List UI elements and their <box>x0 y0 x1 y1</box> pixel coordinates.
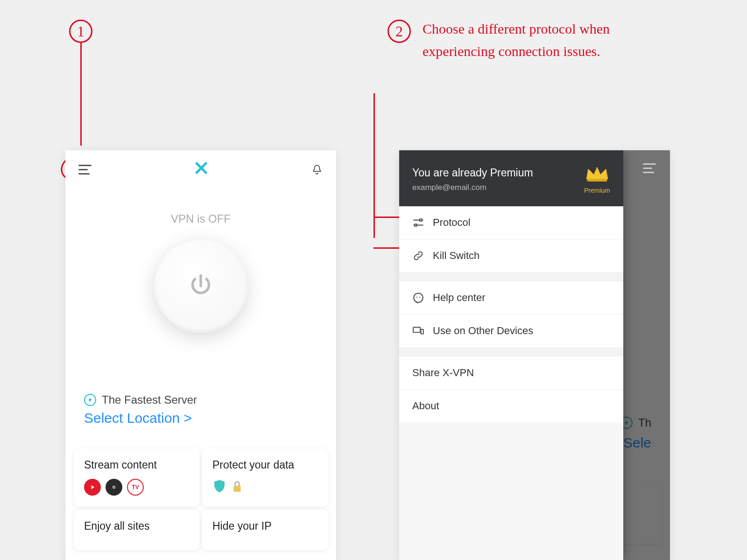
svg-rect-3 <box>420 219 422 221</box>
svg-point-5 <box>414 293 423 302</box>
menu-label: Share X-VPN <box>412 367 474 379</box>
menu-item-protocol[interactable]: Protocol <box>399 206 623 239</box>
power-icon <box>187 272 215 300</box>
premium-badge: Premium <box>584 164 610 194</box>
svg-rect-9 <box>421 329 423 334</box>
menu-divider <box>399 347 623 357</box>
card-icons <box>212 479 317 497</box>
menu-item-share[interactable]: Share X-VPN <box>399 357 623 390</box>
hamburger-menu-icon[interactable] <box>643 163 656 173</box>
step-2-caption: Choose a different protocol when experie… <box>423 18 656 63</box>
card-stream-content[interactable]: Stream content TV <box>74 448 199 507</box>
phone-drawer-screen: Th Sele Strea You are already Premium ex… <box>399 150 670 560</box>
svg-point-6 <box>416 297 417 298</box>
side-drawer: You are already Premium example@email.co… <box>399 150 623 560</box>
drawer-header: You are already Premium example@email.co… <box>399 150 623 206</box>
fastest-server-row: The Fastest Server <box>65 393 336 406</box>
step-2-connector-bottom <box>374 247 402 249</box>
fastest-server-label: The Fastest Server <box>102 393 197 406</box>
card-title: Stream content <box>84 459 189 471</box>
disc-icon <box>106 479 122 496</box>
card-protect-data[interactable]: Protect your data <box>202 448 328 507</box>
menu-group-2: Help center Use on Other Devices <box>399 281 623 347</box>
svg-point-0 <box>113 486 115 489</box>
card-title: Hide your IP <box>212 520 317 532</box>
svg-rect-4 <box>415 224 416 226</box>
menu-label: Protocol <box>433 217 471 229</box>
link-icon <box>412 250 424 262</box>
menu-divider <box>399 272 623 281</box>
svg-rect-8 <box>413 327 420 332</box>
app-header <box>65 150 336 189</box>
card-icons: TV <box>84 479 189 496</box>
power-connect-button[interactable] <box>154 239 247 333</box>
select-location-link[interactable]: Select Location > <box>65 406 336 426</box>
sliders-icon <box>412 217 424 229</box>
hamburger-menu-icon[interactable] <box>78 165 92 175</box>
menu-item-killswitch[interactable]: Kill Switch <box>399 239 623 272</box>
phone-main-screen: VPN is OFF The Fastest Server Select Loc… <box>65 150 336 560</box>
headset-icon <box>412 292 424 304</box>
vpn-status-label: VPN is OFF <box>65 212 336 225</box>
crown-icon <box>585 164 610 183</box>
menu-label: About <box>412 400 439 412</box>
card-hide-ip[interactable]: Hide your IP <box>202 510 328 550</box>
step-2-badge: 2 <box>388 20 411 43</box>
feature-cards: Stream content TV Protect your data <box>65 448 336 550</box>
premium-status-label: You are already Premium <box>412 167 533 179</box>
step-2-connector-top <box>374 217 402 218</box>
account-email: example@email.com <box>412 183 533 192</box>
app-logo-icon <box>194 161 208 179</box>
card-title: Enjoy all sites <box>84 520 189 532</box>
menu-item-about[interactable]: About <box>399 390 623 422</box>
menu-group-3: Share X-VPN About <box>399 357 623 422</box>
menu-label: Help center <box>433 292 486 304</box>
svg-rect-2 <box>587 179 607 182</box>
step-1-badge: 1 <box>69 20 92 43</box>
bolt-icon <box>84 394 96 406</box>
menu-label: Use on Other Devices <box>433 325 533 337</box>
step-1-connector-line <box>80 43 82 146</box>
tv-icon: TV <box>127 479 144 496</box>
lock-icon <box>231 479 243 496</box>
play-icon <box>84 479 101 496</box>
devices-icon <box>412 325 424 337</box>
menu-label: Kill Switch <box>433 250 479 262</box>
svg-point-7 <box>419 297 420 298</box>
menu-group-1: Protocol Kill Switch <box>399 206 623 272</box>
shield-icon <box>212 479 226 497</box>
card-title: Protect your data <box>212 459 317 471</box>
card-enjoy-sites[interactable]: Enjoy all sites <box>74 510 199 550</box>
svg-rect-1 <box>233 486 240 492</box>
menu-item-help[interactable]: Help center <box>399 281 623 315</box>
notification-bell-icon[interactable] <box>311 164 323 176</box>
premium-badge-label: Premium <box>584 187 610 194</box>
menu-item-devices[interactable]: Use on Other Devices <box>399 315 623 347</box>
